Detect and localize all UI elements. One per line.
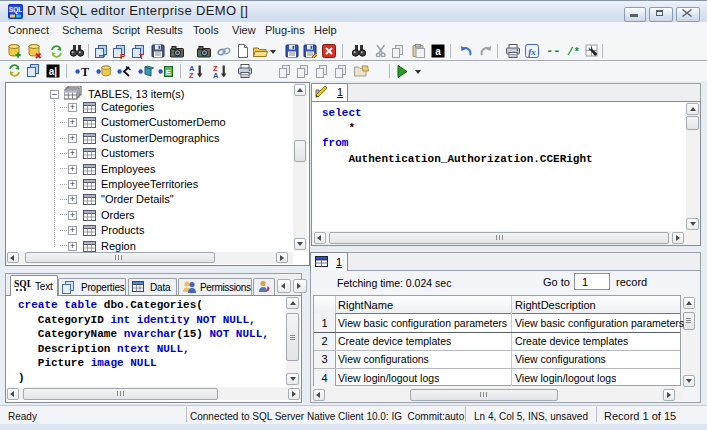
svg-text:SQL: SQL [14,279,31,289]
svg-text:A: A [213,71,219,79]
svg-text:/*: /* [567,46,580,58]
svg-text:E: E [166,68,172,77]
svg-text:P: P [120,52,126,59]
svg-text:T: T [139,52,144,59]
svg-text:T: T [81,65,89,79]
svg-text:Z: Z [189,71,194,79]
svg-text:SQL: SQL [9,6,22,14]
svg-text:a|: a| [49,66,58,77]
svg-text:a: a [435,46,441,57]
svg-text:fx: fx [528,47,536,57]
svg-text:--: -- [546,45,559,58]
